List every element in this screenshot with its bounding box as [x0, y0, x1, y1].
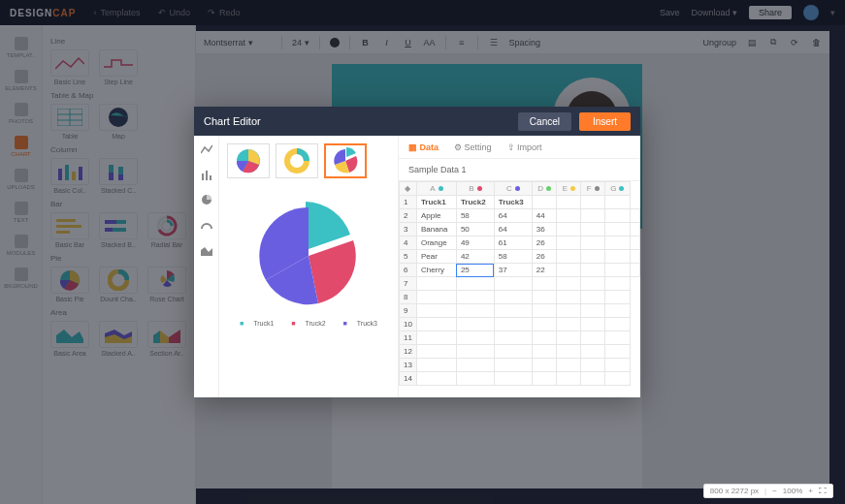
bar-type-icon[interactable]: [201, 169, 212, 180]
preview-thumb-donut[interactable]: [276, 143, 318, 178]
chart-legend: ■ Truck1 ■ Truck2 ■ Truck3: [227, 320, 390, 327]
modal-header: Chart Editor Cancel Insert: [194, 107, 640, 136]
preview-thumb-pie[interactable]: [227, 143, 270, 178]
fit-icon[interactable]: ⛶: [819, 487, 827, 495]
tab-data[interactable]: ▦ Data: [408, 142, 439, 152]
svg-rect-33: [206, 171, 208, 180]
zoom-in[interactable]: +: [808, 487, 813, 495]
preview-thumb-exploded[interactable]: [324, 143, 367, 178]
zoom-out[interactable]: −: [772, 487, 777, 495]
line-type-icon[interactable]: [201, 143, 212, 155]
tab-setting[interactable]: ⚙ Setting: [454, 142, 492, 152]
data-tabs: ▦ Data ⚙ Setting ⇪ Import: [399, 136, 640, 159]
cancel-button[interactable]: Cancel: [518, 112, 571, 131]
svg-marker-36: [201, 247, 212, 256]
chart-preview: ■ Truck1 ■ Truck2 ■ Truck3: [219, 136, 398, 397]
sample-data-select[interactable]: Sample Data 1: [399, 159, 640, 181]
gauge-type-icon[interactable]: [201, 219, 212, 231]
canvas-dims: 800 x 2272 px: [710, 487, 759, 495]
data-grid[interactable]: ◆ABCDEFG1Truck1Truck2Truck32Apple5864443…: [399, 181, 640, 397]
tab-import[interactable]: ⇪ Import: [507, 142, 542, 152]
zoom-value[interactable]: 100%: [783, 487, 802, 495]
chart-editor-modal: Chart Editor Cancel Insert: [194, 107, 640, 397]
pie-preview-chart: [250, 198, 367, 314]
svg-rect-32: [202, 173, 204, 180]
svg-rect-34: [210, 175, 211, 180]
pie-type-icon[interactable]: [201, 194, 212, 205]
area-type-icon[interactable]: [201, 244, 212, 256]
status-bar: 800 x 2272 px | − 100% + ⛶: [703, 484, 833, 498]
modal-title: Chart Editor: [204, 115, 261, 127]
chart-type-rail: [194, 136, 219, 397]
insert-button[interactable]: Insert: [579, 112, 631, 131]
